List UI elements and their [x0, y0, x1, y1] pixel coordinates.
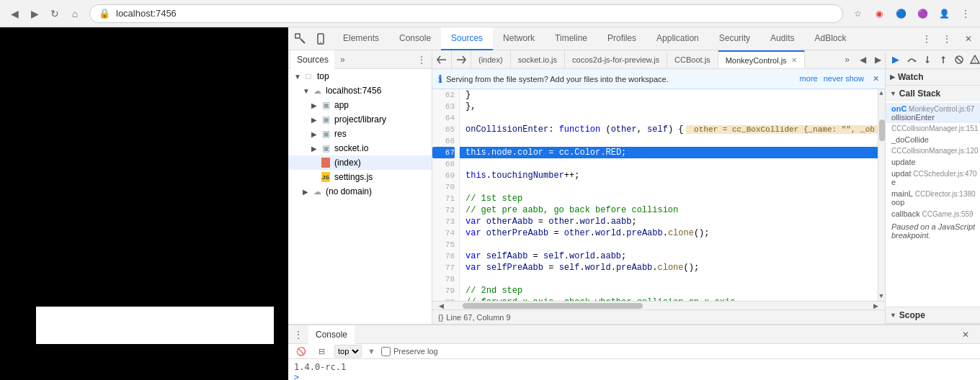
tree-label: settings.js: [334, 172, 373, 182]
call-stack-header[interactable]: ▼ Call Stack: [886, 86, 980, 101]
tab-timeline[interactable]: Timeline: [545, 27, 597, 50]
editor-tab-navigate-forward[interactable]: [452, 50, 471, 69]
editor-tab-more[interactable]: »: [840, 50, 854, 69]
console-filter-button[interactable]: ⊟: [314, 344, 329, 358]
call-stack-entry-4[interactable]: update: [886, 156, 980, 168]
editor-tab-navigate-back[interactable]: [432, 50, 452, 69]
code-line-69: this.touchingNumber++;: [460, 170, 878, 181]
console-tab[interactable]: Console: [308, 325, 355, 344]
address-bar[interactable]: 🔒 localhost:7456: [89, 4, 843, 23]
editor-tab-ccboot[interactable]: CCBoot.js: [667, 50, 718, 69]
call-stack-entry-1[interactable]: CCCollisionManager.js:151: [886, 123, 980, 134]
debug-pause-exceptions-button[interactable]: !: [968, 53, 980, 67]
tree-item-localhost[interactable]: ▼ ☁ localhost:7456: [288, 83, 432, 98]
sources-panel-menu[interactable]: ⋮: [414, 55, 429, 65]
tab-console[interactable]: Console: [389, 27, 441, 50]
tab-sources[interactable]: Sources: [441, 27, 493, 50]
menu-icon[interactable]: ⋮: [957, 5, 974, 22]
scroll-left-arrow[interactable]: ◀: [434, 302, 448, 309]
debug-step-over-button[interactable]: [904, 53, 919, 67]
scrollbar-horizontal[interactable]: ◀ ▶: [432, 301, 885, 309]
code-line-68: [460, 158, 878, 170]
code-content[interactable]: } }, onCollisionEnter: function (other, …: [460, 89, 878, 301]
debug-deactivate-button[interactable]: [952, 53, 966, 67]
console-close-button[interactable]: ✕: [954, 323, 977, 346]
format-icon[interactable]: {}: [438, 313, 443, 322]
devtools-settings-button[interactable]: ⋮: [937, 27, 957, 50]
debug-step-out-button[interactable]: [936, 53, 950, 67]
debug-step-into-button[interactable]: [920, 53, 935, 67]
info-close-button[interactable]: ✕: [873, 74, 879, 83]
inspect-element-button[interactable]: [291, 30, 310, 48]
scrollbar-vertical[interactable]: ▲ ▼: [878, 89, 885, 301]
extension2-icon[interactable]: 🔵: [892, 5, 909, 22]
call-stack-entry-0[interactable]: onC MonkeyControl.js:67 ollisionEnter: [886, 103, 980, 123]
info-more-link[interactable]: more: [800, 74, 818, 83]
debug-resume-button[interactable]: ▶: [888, 53, 903, 67]
editor-tab-close[interactable]: ✕: [791, 57, 797, 64]
forward-button[interactable]: ▶: [26, 5, 43, 22]
call-stack-entry-5[interactable]: updat CCScheduler.js:470 e: [886, 168, 980, 188]
tree-item-socketio[interactable]: ▶ ▣ socket.io: [288, 141, 432, 155]
sources-tab[interactable]: Sources: [291, 50, 334, 69]
tab-application[interactable]: Application: [646, 27, 709, 50]
scroll-right-arrow[interactable]: ▶: [869, 302, 883, 309]
call-stack-entry-2[interactable]: _doCollide: [886, 134, 980, 145]
tree-item-settings[interactable]: JS settings.js: [288, 170, 432, 184]
sources-panel-more[interactable]: »: [337, 55, 348, 65]
editor-tab-socketio[interactable]: socket.io.js: [511, 50, 565, 69]
tab-security[interactable]: Security: [709, 27, 760, 50]
tab-audits[interactable]: Audits: [760, 27, 804, 50]
editor-tab-index[interactable]: (index): [471, 50, 511, 69]
console-menu-button[interactable]: ⋮: [291, 327, 306, 342]
extension3-icon[interactable]: 🟣: [914, 5, 931, 22]
tree-arrow: [311, 173, 320, 181]
tab-adblock[interactable]: AdBlock: [804, 27, 856, 50]
call-stack-entry-6[interactable]: mainL CCDirector.js:1380 oop: [886, 188, 980, 208]
profile-icon[interactable]: 👤: [935, 5, 953, 22]
nav-prev-button[interactable]: ◀: [857, 53, 870, 66]
tree-item-project[interactable]: ▶ ▣ project/library: [288, 112, 432, 127]
devtools-more-button[interactable]: ⋮: [917, 27, 937, 50]
tree-item-top[interactable]: ▼ □ top: [288, 69, 432, 83]
preserve-log-checkbox[interactable]: [381, 347, 391, 356]
editor-tab-cocos[interactable]: cocos2d-js-for-preview.js: [565, 50, 667, 69]
code-line-67: this.node.color = cc.Color.RED;: [460, 147, 878, 158]
devtools-close-button[interactable]: ✕: [957, 27, 980, 50]
filter-arrow: ▼: [368, 347, 375, 356]
tree-item-app[interactable]: ▶ ▣ app: [288, 98, 432, 112]
info-never-show-link[interactable]: never show: [824, 74, 864, 83]
line-num-76: 76: [432, 250, 455, 262]
info-bar-links: more never show ✕: [800, 74, 879, 83]
scope-header[interactable]: ▼ Scope: [886, 307, 980, 323]
scope-arrow: ▼: [890, 312, 896, 319]
call-stack-entry-7[interactable]: callback CCGame.js:559: [886, 208, 980, 220]
home-button[interactable]: ⌂: [66, 5, 84, 22]
bookmark-icon[interactable]: ☆: [849, 5, 866, 22]
tab-profiles[interactable]: Profiles: [597, 27, 646, 50]
scroll-up-arrow[interactable]: ▲: [878, 91, 884, 96]
mobile-device-button[interactable]: [311, 30, 330, 48]
console-context-select[interactable]: top: [334, 345, 362, 358]
editor-tab-monkeycontrol[interactable]: MonkeyControl.js ✕: [718, 50, 805, 69]
tree-item-res[interactable]: ▶ ▣ res: [288, 127, 432, 141]
svg-point-2: [320, 42, 321, 43]
scroll-down-arrow[interactable]: ▼: [878, 294, 884, 299]
status-bar: {} Line 67, Column 9: [432, 309, 885, 324]
code-line-76: var selfAabb = self.world.aabb;: [460, 250, 878, 262]
tree-label: project/library: [334, 114, 386, 125]
watch-header[interactable]: ▶ Watch: [886, 69, 980, 85]
call-stack-entry-3[interactable]: CCCollisionManager.js:120: [886, 145, 980, 156]
code-line-73: var otherAabb = other.world.aabb;: [460, 216, 878, 227]
console-prompt[interactable]: >: [294, 372, 974, 380]
console-clear-button[interactable]: 🚫: [294, 344, 308, 358]
reload-button[interactable]: ↻: [46, 5, 63, 22]
back-button[interactable]: ◀: [6, 5, 23, 22]
nav-next-button[interactable]: ▶: [872, 53, 885, 66]
tab-elements[interactable]: Elements: [333, 27, 389, 50]
extension-icon[interactable]: ◉: [870, 5, 888, 22]
tab-network[interactable]: Network: [493, 27, 545, 50]
tree-item-nodomain[interactable]: ▶ ☁ (no domain): [288, 184, 432, 199]
url-text: localhost:7456: [116, 8, 177, 19]
tree-item-index[interactable]: (index): [288, 155, 432, 170]
